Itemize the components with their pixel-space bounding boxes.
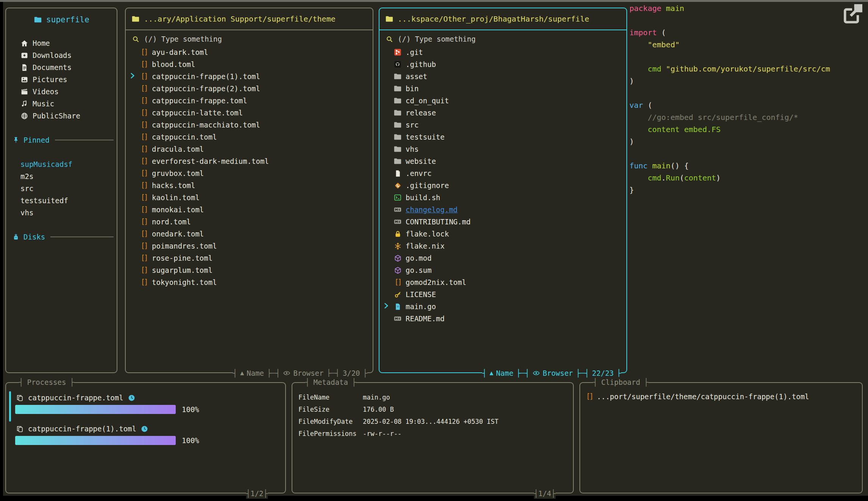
search-input[interactable]: (/) Type something: [126, 32, 373, 46]
file-row[interactable]: []catppuccin-frappe.toml: [126, 95, 373, 107]
file-row[interactable]: README.md: [379, 313, 626, 325]
file-row[interactable]: vhs: [379, 143, 626, 155]
pinned-item-testsuitedf[interactable]: testsuitedf: [6, 194, 117, 207]
file-row[interactable]: release: [379, 107, 626, 119]
clipboard-panel: ┤Clipboard├ []...port/superfile/theme/ca…: [579, 382, 863, 493]
search-icon: [131, 34, 140, 44]
file-row[interactable]: asset: [379, 70, 626, 82]
file-row[interactable]: LICENSE: [379, 288, 626, 300]
file-row[interactable]: []gruvbox.toml: [126, 167, 373, 179]
file-row[interactable]: .gitignore: [379, 179, 626, 191]
file-name: dracula.toml: [152, 145, 204, 153]
file-row[interactable]: []onedark.toml: [126, 228, 373, 240]
process-item[interactable]: catppuccin-frappe(1).toml 100%: [6, 422, 285, 445]
metadata-row: FileModifyDate 2025-02-08 19:03...444126…: [298, 415, 573, 428]
toml-icon: []: [139, 157, 148, 166]
view-mode-toggle[interactable]: Browser: [529, 368, 576, 378]
file-row[interactable]: go.sum: [379, 264, 626, 276]
code-line: import (: [629, 26, 866, 39]
file-row[interactable]: .github: [379, 58, 626, 70]
file-row[interactable]: []monokai.toml: [126, 204, 373, 216]
sidebar-item-label: Downloads: [33, 51, 72, 59]
search-input[interactable]: (/) Type something: [379, 32, 626, 46]
file-row[interactable]: []dracula.toml: [126, 143, 373, 155]
pinned-item-m2s[interactable]: m2s: [6, 170, 117, 182]
file-row[interactable]: src: [379, 119, 626, 131]
file-row[interactable]: flake.nix: [379, 240, 626, 252]
file-row[interactable]: CONTRIBUTING.md: [379, 216, 626, 228]
sort-toggle[interactable]: ▲Name: [487, 368, 517, 378]
code-line: var (: [629, 99, 866, 111]
file-row[interactable]: []catppuccin-frappe(2).toml: [126, 82, 373, 95]
file-row[interactable]: changelog.md: [379, 204, 626, 216]
sidebar-item-home[interactable]: Home: [6, 37, 117, 49]
toml-icon: []: [139, 48, 148, 57]
code-line: //go:embed src/superfile_config/*: [629, 111, 866, 123]
file-row[interactable]: build.sh: [379, 191, 626, 204]
file-row[interactable]: go.mod: [379, 252, 626, 264]
pinned-item-src[interactable]: src: [6, 182, 117, 194]
file-row[interactable]: flake.lock: [379, 228, 626, 240]
folder-gray-icon: [393, 132, 402, 142]
pinned-item-supmusicadsf[interactable]: supMusicadsf: [6, 158, 117, 170]
file-row[interactable]: testsuite: [379, 131, 626, 143]
file-name: .git: [406, 48, 423, 56]
file-row[interactable]: []rose-pine.toml: [126, 252, 373, 264]
sidebar-panel: superfile Home Downloads Documents Pictu…: [5, 8, 117, 373]
metadata-row: FilePermissions -rw-r--r--: [298, 428, 573, 440]
sidebar-item-label: Home: [33, 39, 50, 47]
external-link-icon[interactable]: [841, 3, 863, 26]
search-placeholder: (/) Type something: [144, 35, 222, 43]
documents-icon: [20, 63, 29, 72]
progress-percent: 100%: [182, 436, 199, 445]
sidebar-item-downloads[interactable]: Downloads: [6, 49, 117, 61]
file-row[interactable]: []catppuccin-frappe(1).toml: [126, 70, 373, 82]
toml-icon: []: [139, 145, 148, 154]
file-name: hacks.toml: [152, 181, 195, 190]
file-row[interactable]: .envrc: [379, 167, 626, 179]
file-row[interactable]: []catppuccin-latte.toml: [126, 107, 373, 119]
process-name: catppuccin-frappe.toml: [28, 394, 123, 402]
sort-toggle[interactable]: ▲Name: [237, 368, 267, 378]
globe-icon: [20, 111, 29, 120]
file-row[interactable]: []ayu-dark.toml: [126, 46, 373, 58]
app-title-label: superfile: [46, 15, 89, 24]
clipboard-panel-title: ┤Clipboard├: [593, 377, 648, 387]
file-name: sugarplum.toml: [152, 266, 212, 274]
file-row[interactable]: []everforest-dark-medium.toml: [126, 155, 373, 167]
sidebar-item-pictures[interactable]: Pictures: [6, 73, 117, 86]
file-row[interactable]: []gomod2nix.toml: [379, 276, 626, 288]
sidebar-item-videos[interactable]: Videos: [6, 86, 117, 98]
sidebar-item-documents[interactable]: Documents: [6, 61, 117, 73]
file-row[interactable]: main.go: [379, 300, 626, 313]
file-row[interactable]: []blood.toml: [126, 58, 373, 70]
process-item[interactable]: catppuccin-frappe.toml 100%: [6, 391, 285, 414]
videos-icon: [20, 87, 29, 96]
file-row[interactable]: []tokyonight.toml: [126, 276, 373, 288]
gopkg-icon: [393, 266, 402, 275]
pinned-item-vhs[interactable]: vhs: [6, 207, 117, 219]
lock-icon: [393, 229, 402, 238]
file-row[interactable]: .git: [379, 46, 626, 58]
pinned-header-label: Pinned: [23, 136, 50, 144]
file-row[interactable]: []catppuccin-macchiato.toml: [126, 119, 373, 131]
file-row[interactable]: []kaolin.toml: [126, 191, 373, 204]
sidebar-item-music[interactable]: Music: [6, 98, 117, 110]
file-row[interactable]: cd_on_quit: [379, 95, 626, 107]
sidebar-item-publicshare[interactable]: PublicShare: [6, 110, 117, 122]
file-row[interactable]: []catppuccin.toml: [126, 131, 373, 143]
file-name: .gitignore: [406, 181, 449, 190]
pinned-item-label: supMusicadsf: [20, 160, 72, 168]
github-icon: [393, 60, 402, 69]
file-row[interactable]: bin: [379, 82, 626, 95]
file-name: CONTRIBUTING.md: [406, 218, 471, 226]
file-row[interactable]: website: [379, 155, 626, 167]
file-row[interactable]: []sugarplum.toml: [126, 264, 373, 276]
nix-icon: [393, 241, 402, 250]
file-row[interactable]: []hacks.toml: [126, 179, 373, 191]
file-row[interactable]: []poimandres.toml: [126, 240, 373, 252]
toml-icon: []: [139, 193, 148, 202]
toml-icon: []: [139, 84, 148, 93]
file-name: catppuccin-macchiato.toml: [152, 121, 260, 129]
file-row[interactable]: []nord.toml: [126, 216, 373, 228]
